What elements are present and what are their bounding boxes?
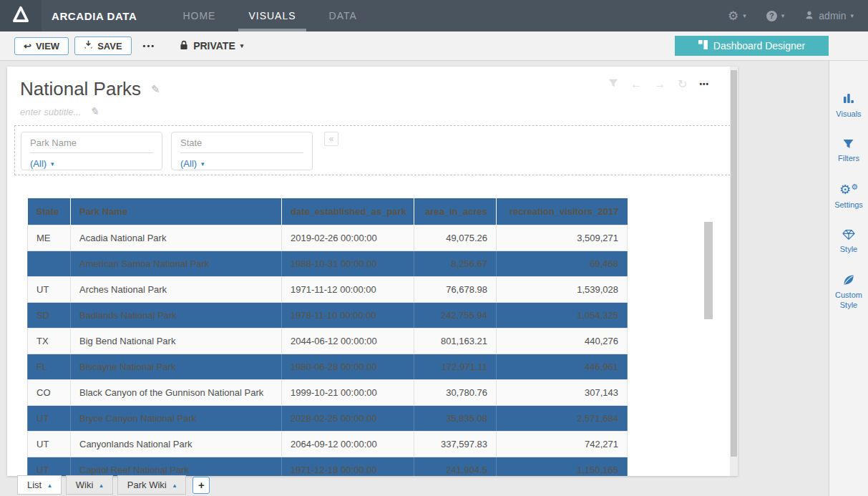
cell-date[interactable]: 1978-11-10 00:00:00 (282, 303, 414, 329)
sidebar-item-visuals[interactable]: Visuals (836, 92, 861, 119)
col-header-area[interactable]: area_in_acres (414, 198, 497, 225)
cell-date[interactable]: 2019-02-26 00:00:00 (282, 225, 414, 251)
cell-date[interactable]: 1971-11-12 00:00:00 (282, 277, 414, 303)
table-scrollbar-thumb[interactable] (704, 222, 713, 319)
cell-visitors[interactable]: 2,571,684 (497, 406, 628, 432)
tab-park-wiki[interactable]: Park Wiki ▴ (117, 475, 186, 495)
cell-date[interactable]: 2028-02-25 00:00:00 (282, 406, 414, 432)
cell-acres[interactable]: 8,256.67 (414, 251, 497, 277)
cell-park[interactable]: Capitol Reef National Park (71, 457, 282, 477)
filter-value-dropdown[interactable]: (All) ▾ (30, 158, 153, 169)
table-row[interactable]: MEAcadia National Park2019-02-26 00:00:0… (28, 225, 628, 251)
cell-visitors[interactable]: 307,143 (497, 380, 628, 406)
cell-visitors[interactable]: 440,276 (497, 329, 628, 354)
subtitle-placeholder[interactable]: enter subtitle... (20, 107, 81, 117)
cell-park[interactable]: Biscayne National Park (71, 354, 282, 380)
card-scrollbar-thumb[interactable] (731, 70, 737, 457)
nav-home[interactable]: HOME (182, 0, 215, 31)
edit-title-pencil-icon[interactable]: ✎ (151, 83, 160, 96)
view-button[interactable]: ↩ VIEW (14, 37, 69, 55)
settings-menu[interactable]: ⚙ ▾ (728, 10, 746, 22)
back-arrow-icon[interactable]: ← (630, 79, 642, 90)
table-row[interactable]: COBlack Canyon of the Gunnison National … (28, 380, 628, 406)
filter-state[interactable]: State (All) ▾ (171, 132, 313, 170)
cell-visitors[interactable]: 3,509,271 (497, 225, 628, 251)
dashboard-designer-button[interactable]: Dashboard Designer (675, 36, 829, 56)
forward-arrow-icon[interactable]: → (654, 79, 665, 90)
cell-park[interactable]: Bryce Canyon National Park (71, 406, 282, 432)
tab-list[interactable]: List ▴ (17, 475, 62, 495)
cell-acres[interactable]: 801,163.21 (414, 329, 497, 354)
sidebar-item-settings[interactable]: ⚙⚙ Settings (834, 183, 863, 210)
refresh-icon[interactable]: ↻ (678, 79, 687, 90)
cell-acres[interactable]: 30,780.76 (414, 380, 497, 406)
visual-title[interactable]: National Parks (20, 78, 141, 100)
cell-park[interactable]: Acadia National Park (71, 225, 282, 251)
cell-date[interactable]: 1999-10-21 00:00:00 (282, 380, 414, 406)
cell-date[interactable]: 1971-12-18 00:00:00 (282, 457, 414, 477)
cell-date[interactable]: 2064-09-12 00:00:00 (282, 432, 414, 457)
nav-visuals[interactable]: VISUALS (248, 0, 296, 31)
private-dropdown[interactable]: PRIVATE ▾ (180, 40, 243, 52)
sidebar-item-style[interactable]: Style (840, 229, 857, 254)
col-header-park-name[interactable]: Park Name (71, 198, 282, 225)
table-row[interactable]: UTBryce Canyon National Park2028-02-25 0… (28, 406, 628, 432)
card-scrollbar-track[interactable] (730, 67, 738, 476)
cell-park[interactable]: Canyonlands National Park (71, 432, 282, 457)
help-menu[interactable]: ? ▾ (766, 11, 785, 21)
cell-acres[interactable]: 242,755.94 (414, 303, 497, 329)
sidebar-item-custom-style[interactable]: Custom Style (829, 273, 868, 311)
cell-state[interactable]: UT (28, 432, 71, 457)
cell-visitors[interactable]: 1,539,028 (497, 277, 628, 303)
table-row[interactable]: American Samoa National Park1988-10-31 0… (28, 251, 628, 277)
cell-state[interactable]: SD (28, 303, 71, 329)
cell-park[interactable]: Black Canyon of the Gunnison National Pa… (71, 380, 282, 406)
nav-data[interactable]: DATA (329, 0, 357, 31)
cell-state[interactable]: UT (28, 457, 71, 477)
cell-date[interactable]: 1980-06-28 00:00:00 (282, 354, 414, 380)
cell-date[interactable]: 2044-06-12 00:00:00 (282, 329, 414, 354)
brand-name[interactable]: ARCADIA DATA (52, 10, 137, 22)
filter-value-dropdown[interactable]: (All) ▾ (180, 158, 303, 169)
col-header-state[interactable]: State (28, 198, 71, 225)
cell-park[interactable]: Big Bend National Park (71, 329, 282, 354)
cell-state[interactable]: UT (28, 406, 71, 432)
cell-park[interactable]: Badlands National Park (71, 303, 282, 329)
table-row[interactable]: UTCapitol Reef National Park1971-12-18 0… (28, 457, 628, 477)
edit-subtitle-pencil-icon[interactable]: ✎ (89, 105, 99, 118)
cell-acres[interactable]: 172,971.11 (414, 354, 497, 380)
table-row[interactable]: TXBig Bend National Park2044-06-12 00:00… (28, 329, 628, 354)
cell-visitors[interactable]: 742,271 (497, 432, 628, 457)
cell-visitors[interactable]: 69,468 (497, 251, 628, 277)
table-row[interactable]: UTArches National Park1971-11-12 00:00:0… (28, 277, 628, 303)
cell-state[interactable] (28, 251, 71, 277)
arcadia-logo[interactable] (0, 0, 42, 31)
cell-state[interactable]: TX (28, 329, 71, 354)
user-menu[interactable]: admin ▾ (804, 10, 854, 22)
cell-visitors[interactable]: 1,150,165 (497, 457, 628, 477)
save-button[interactable]: SAVE (74, 37, 131, 55)
col-header-date-established[interactable]: date_established_as_park (282, 198, 414, 225)
filter-park-name[interactable]: Park Name (All) ▾ (21, 132, 162, 170)
cell-park[interactable]: American Samoa National Park (71, 251, 282, 277)
cell-state[interactable]: FL (28, 354, 71, 380)
table-row[interactable]: UTCanyonlands National Park2064-09-12 00… (28, 432, 628, 457)
cell-state[interactable]: UT (28, 277, 71, 303)
more-actions-icon[interactable]: ••• (699, 80, 709, 88)
sidebar-item-filters[interactable]: Filters (838, 138, 859, 163)
cell-visitors[interactable]: 1,054,325 (497, 303, 628, 329)
collapse-filters-button[interactable]: « (324, 132, 338, 146)
table-row[interactable]: SDBadlands National Park1978-11-10 00:00… (28, 303, 628, 329)
filter-icon[interactable] (608, 78, 618, 90)
cell-acres[interactable]: 337,597.83 (414, 432, 497, 457)
add-sheet-button[interactable]: + (192, 477, 210, 494)
tab-wiki[interactable]: Wiki ▴ (66, 475, 113, 495)
table-row[interactable]: FLBiscayne National Park1980-06-28 00:00… (28, 354, 628, 380)
cell-visitors[interactable]: 446,961 (497, 354, 628, 380)
cell-acres[interactable]: 49,075.26 (414, 225, 497, 251)
more-options-button[interactable]: ••• (143, 42, 156, 50)
cell-state[interactable]: ME (28, 225, 71, 251)
cell-acres[interactable]: 35,835.08 (414, 406, 497, 432)
col-header-visitors[interactable]: recreation_visitors_2017 (497, 198, 628, 225)
cell-acres[interactable]: 76,678.98 (414, 277, 497, 303)
